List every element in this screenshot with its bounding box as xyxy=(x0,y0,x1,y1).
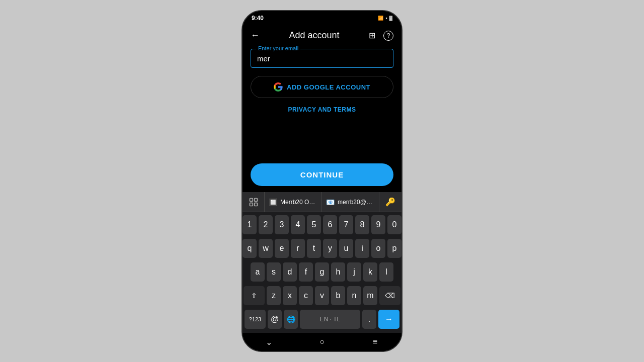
suggestion-1-icon: 🔲 xyxy=(269,198,277,206)
keyboard-settings-icon xyxy=(249,197,259,207)
page-title: Add account xyxy=(289,30,339,41)
keyboard: 🔲 Merrb20 Outlook 📧 merrb20@outl 🔑 1 2 3… xyxy=(243,192,401,333)
keyboard-key-icon[interactable]: 🔑 xyxy=(379,192,401,212)
key-i[interactable]: i xyxy=(355,239,369,258)
period-key[interactable]: . xyxy=(362,310,376,329)
globe-key[interactable]: 🌐 xyxy=(284,310,298,329)
shift-key[interactable]: ⇧ xyxy=(244,286,265,305)
google-button-label: ADD GOOGLE ACCOUNT xyxy=(287,83,370,91)
key-l[interactable]: l xyxy=(379,262,393,282)
suggestion-1-text: Merrb20 Outlook xyxy=(280,199,317,206)
asdf-row: a s d f g h j k l xyxy=(243,259,401,283)
suggestion-2-text: merrb20@outl xyxy=(338,199,375,206)
key-4[interactable]: 4 xyxy=(291,215,305,234)
signal-icon: 📶 xyxy=(378,16,383,21)
app-content: ← Add account ⊞ ? Enter your email xyxy=(243,25,401,351)
key-j[interactable]: j xyxy=(347,262,361,282)
bottom-navigation: ⌄ ○ ≡ xyxy=(243,333,401,351)
key-v[interactable]: v xyxy=(315,286,329,305)
wifi-icon: ▪ xyxy=(385,16,387,21)
key-2[interactable]: 2 xyxy=(259,215,273,234)
status-icons: 📶 ▪ ▓ xyxy=(378,16,392,21)
continue-button-label: CONTINUE xyxy=(300,170,344,179)
key-g[interactable]: g xyxy=(315,262,329,282)
app-header: ← Add account ⊞ ? xyxy=(243,25,401,45)
suggestion-2[interactable]: 📧 merrb20@outl xyxy=(322,192,379,212)
nav-menu-button[interactable]: ≡ xyxy=(365,334,385,349)
svg-rect-0 xyxy=(250,198,253,201)
symbols-key[interactable]: ?123 xyxy=(245,310,266,329)
key-d[interactable]: d xyxy=(283,262,297,282)
google-icon xyxy=(274,82,283,92)
key-s[interactable]: s xyxy=(267,262,281,282)
key-c[interactable]: c xyxy=(299,286,313,305)
keyboard-settings-button[interactable] xyxy=(243,192,265,212)
enter-key[interactable]: → xyxy=(378,310,399,329)
status-time: 9:40 xyxy=(252,15,264,22)
key-w[interactable]: w xyxy=(259,239,273,258)
zxcv-row: ⇧ z x c v b n m ⌫ xyxy=(243,283,401,307)
key-t[interactable]: t xyxy=(307,239,321,258)
privacy-terms-link[interactable]: PRIVACY AND TERMS xyxy=(251,106,393,113)
suggestion-2-icon: 📧 xyxy=(326,198,335,206)
key-n[interactable]: n xyxy=(347,286,361,305)
add-google-account-button[interactable]: ADD GOOGLE ACCOUNT xyxy=(251,76,393,98)
key-9[interactable]: 9 xyxy=(371,215,385,234)
phone-frame: 9:40 📶 ▪ ▓ ← Add account ⊞ ? Enter your … xyxy=(242,10,403,352)
key-a[interactable]: a xyxy=(251,262,265,282)
key-k[interactable]: k xyxy=(363,262,377,282)
key-5[interactable]: 5 xyxy=(307,215,321,234)
nav-home-button[interactable]: ○ xyxy=(312,334,332,349)
battery-icon: ▓ xyxy=(389,16,392,21)
key-p[interactable]: p xyxy=(387,239,401,258)
key-y[interactable]: y xyxy=(323,239,337,258)
bottom-keyboard-row: ?123 @ 🌐 EN · TL . → xyxy=(243,307,401,333)
key-x[interactable]: x xyxy=(283,286,297,305)
key-r[interactable]: r xyxy=(291,239,305,258)
number-row: 1 2 3 4 5 6 7 8 9 0 xyxy=(243,212,401,236)
key-m[interactable]: m xyxy=(363,286,377,305)
backspace-key[interactable]: ⌫ xyxy=(379,286,400,305)
nav-down-button[interactable]: ⌄ xyxy=(259,334,279,349)
key-icon: 🔑 xyxy=(385,197,395,207)
key-b[interactable]: b xyxy=(331,286,345,305)
continue-area: CONTINUE xyxy=(243,163,401,192)
svg-rect-2 xyxy=(250,203,253,206)
key-h[interactable]: h xyxy=(331,262,345,282)
qwerty-row: q w e r t y u i o p xyxy=(243,236,401,259)
email-field-container: Enter your email xyxy=(251,49,393,68)
key-8[interactable]: 8 xyxy=(355,215,369,234)
key-o[interactable]: o xyxy=(371,239,385,258)
continue-button[interactable]: CONTINUE xyxy=(251,163,393,186)
key-0[interactable]: 0 xyxy=(387,215,401,234)
header-icons: ⊞ ? xyxy=(369,31,393,41)
key-f[interactable]: f xyxy=(299,262,313,282)
email-field-label: Enter your email xyxy=(256,45,300,51)
help-icon[interactable]: ? xyxy=(383,31,393,41)
key-6[interactable]: 6 xyxy=(323,215,337,234)
key-e[interactable]: e xyxy=(275,239,289,258)
keyboard-suggestions-bar: 🔲 Merrb20 Outlook 📧 merrb20@outl 🔑 xyxy=(243,192,401,212)
email-input[interactable] xyxy=(257,54,387,63)
key-z[interactable]: z xyxy=(267,286,281,305)
form-area: Enter your email ADD GOOGLE ACCOUNT PRIV… xyxy=(243,45,401,163)
status-bar: 9:40 📶 ▪ ▓ xyxy=(243,11,401,25)
suggestion-1[interactable]: 🔲 Merrb20 Outlook xyxy=(265,192,322,212)
key-q[interactable]: q xyxy=(243,239,257,258)
at-key[interactable]: @ xyxy=(268,310,282,329)
space-key[interactable]: EN · TL xyxy=(300,310,360,329)
svg-rect-1 xyxy=(254,198,257,201)
key-u[interactable]: u xyxy=(339,239,353,258)
key-3[interactable]: 3 xyxy=(275,215,289,234)
grid-icon[interactable]: ⊞ xyxy=(369,31,375,41)
key-1[interactable]: 1 xyxy=(243,215,257,234)
back-button[interactable]: ← xyxy=(251,30,260,41)
svg-rect-3 xyxy=(254,203,257,206)
key-7[interactable]: 7 xyxy=(339,215,353,234)
